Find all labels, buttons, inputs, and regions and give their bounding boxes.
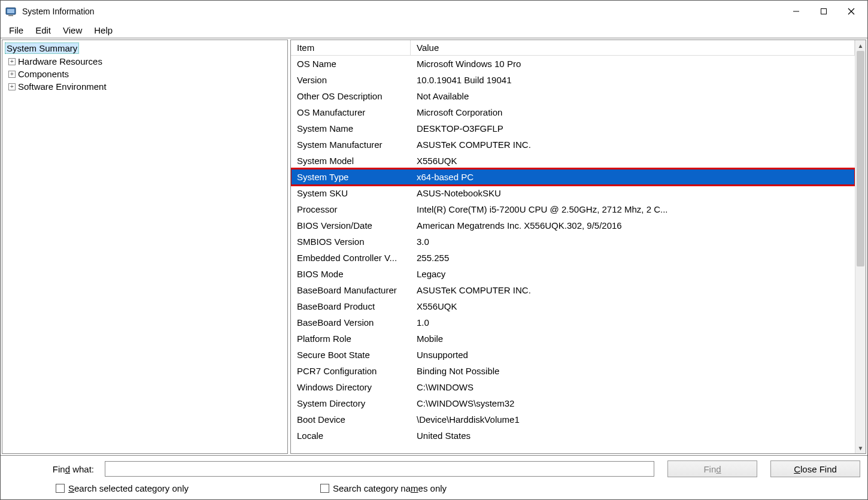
- detail-row[interactable]: OS ManufacturerMicrosoft Corporation: [291, 104, 855, 120]
- tree-root[interactable]: System Summary: [5, 41, 285, 55]
- tree-node[interactable]: +Hardware Resources: [8, 55, 285, 68]
- svg-rect-2: [8, 15, 13, 16]
- checkbox-label: Search category names only: [333, 483, 447, 493]
- checkbox-label: Search selected category only: [68, 483, 189, 493]
- maximize-button[interactable]: [810, 2, 837, 20]
- vertical-scrollbar[interactable]: ▲ ▼: [855, 40, 866, 453]
- menu-file[interactable]: File: [4, 24, 28, 37]
- detail-cell-item: System Type: [291, 171, 411, 183]
- detail-cell-item: SMBIOS Version: [291, 235, 411, 248]
- expand-icon[interactable]: +: [8, 83, 16, 90]
- main-split: System Summary +Hardware Resources+Compo…: [1, 38, 867, 456]
- checkbox-icon: [320, 484, 329, 493]
- detail-cell-value: 255.255: [411, 251, 855, 264]
- app-icon: [5, 5, 17, 17]
- detail-cell-item: System Name: [291, 122, 411, 135]
- minimize-button[interactable]: [782, 2, 810, 20]
- window-title: System Information: [22, 7, 95, 16]
- tree-root-label: System Summary: [5, 43, 79, 54]
- system-information-window: System Information File Edit View Help S…: [0, 0, 868, 500]
- detail-cell-item: Platform Role: [291, 332, 411, 345]
- detail-cell-item: Embedded Controller V...: [291, 251, 411, 264]
- detail-cell-item: Boot Device: [291, 413, 411, 426]
- detail-row[interactable]: Embedded Controller V...255.255: [291, 250, 855, 266]
- titlebar: System Information: [1, 1, 867, 22]
- detail-row[interactable]: ProcessorIntel(R) Core(TM) i5-7200U CPU …: [291, 201, 855, 217]
- detail-cell-value: C:\WINDOWS\system32: [411, 397, 855, 410]
- search-selected-category-checkbox[interactable]: Search selected category only: [56, 483, 189, 493]
- detail-row[interactable]: BIOS ModeLegacy: [291, 266, 855, 282]
- detail-cell-item: BIOS Version/Date: [291, 219, 411, 232]
- tree-node[interactable]: +Software Environment: [8, 80, 285, 93]
- detail-row[interactable]: BaseBoard ManufacturerASUSTeK COMPUTER I…: [291, 282, 855, 298]
- detail-cell-value: American Megatrends Inc. X556UQK.302, 9/…: [411, 219, 855, 232]
- detail-cell-value: 3.0: [411, 235, 855, 248]
- detail-cell-value: 1.0: [411, 316, 855, 329]
- menu-help[interactable]: Help: [89, 24, 117, 37]
- detail-header: Item Value: [291, 40, 855, 56]
- detail-cell-value: C:\WINDOWS: [411, 381, 855, 393]
- expand-icon[interactable]: +: [8, 58, 16, 65]
- menu-edit[interactable]: Edit: [31, 24, 56, 37]
- detail-row[interactable]: Windows DirectoryC:\WINDOWS: [291, 379, 855, 395]
- detail-cell-value: ASUS-NotebookSKU: [411, 187, 855, 199]
- detail-cell-value: X556UQK: [411, 154, 855, 167]
- menu-view[interactable]: View: [58, 24, 87, 37]
- detail-cell-item: System SKU: [291, 187, 411, 199]
- search-category-names-checkbox[interactable]: Search category names only: [320, 483, 447, 493]
- detail-cell-item: Locale: [291, 429, 411, 442]
- scroll-up-icon[interactable]: ▲: [855, 40, 866, 51]
- detail-cell-item: BaseBoard Version: [291, 316, 411, 329]
- detail-row[interactable]: SMBIOS Version3.0: [291, 234, 855, 250]
- close-button[interactable]: [837, 2, 865, 20]
- detail-row[interactable]: Platform RoleMobile: [291, 331, 855, 347]
- detail-cell-value: DESKTOP-O3FGFLP: [411, 122, 855, 135]
- detail-row[interactable]: System Typex64-based PC: [291, 169, 855, 185]
- detail-cell-item: Other OS Description: [291, 90, 411, 102]
- detail-cell-value: 10.0.19041 Build 19041: [411, 74, 855, 86]
- detail-cell-item: BaseBoard Product: [291, 300, 411, 313]
- detail-row[interactable]: Other OS DescriptionNot Available: [291, 88, 855, 104]
- detail-row[interactable]: Secure Boot StateUnsupported: [291, 347, 855, 363]
- detail-row[interactable]: System ManufacturerASUSTeK COMPUTER INC.: [291, 137, 855, 153]
- detail-row[interactable]: System NameDESKTOP-O3FGFLP: [291, 120, 855, 137]
- detail-row[interactable]: System SKUASUS-NotebookSKU: [291, 185, 855, 201]
- svg-rect-1: [7, 9, 14, 13]
- detail-cell-item: OS Manufacturer: [291, 106, 411, 119]
- tree-node-label: Components: [18, 69, 69, 79]
- col-header-value[interactable]: Value: [411, 40, 855, 55]
- close-find-button[interactable]: Close Find: [770, 460, 860, 477]
- expand-icon[interactable]: +: [8, 71, 16, 78]
- detail-row[interactable]: OS NameMicrosoft Windows 10 Pro: [291, 56, 855, 72]
- detail-cell-value: Microsoft Corporation: [411, 106, 855, 119]
- detail-cell-item: Processor: [291, 203, 411, 216]
- detail-row[interactable]: Boot Device\Device\HarddiskVolume1: [291, 411, 855, 428]
- detail-row[interactable]: BaseBoard ProductX556UQK: [291, 298, 855, 314]
- tree-node[interactable]: +Components: [8, 68, 285, 80]
- category-tree[interactable]: System Summary +Hardware Resources+Compo…: [2, 40, 288, 454]
- detail-cell-item: PCR7 Configuration: [291, 365, 411, 377]
- col-header-item[interactable]: Item: [291, 40, 411, 55]
- find-button[interactable]: Find: [667, 460, 757, 477]
- detail-row[interactable]: BaseBoard Version1.0: [291, 314, 855, 331]
- detail-cell-value: ASUSTeK COMPUTER INC.: [411, 284, 855, 296]
- detail-rows: OS NameMicrosoft Windows 10 ProVersion10…: [291, 56, 855, 444]
- detail-row[interactable]: LocaleUnited States: [291, 428, 855, 444]
- detail-cell-value: x64-based PC: [411, 171, 855, 183]
- scroll-down-icon[interactable]: ▼: [855, 443, 866, 453]
- detail-cell-item: System Model: [291, 154, 411, 167]
- find-bar: Find what: Find Close Find Search select…: [1, 456, 867, 499]
- detail-cell-item: System Directory: [291, 397, 411, 410]
- detail-row[interactable]: System ModelX556UQK: [291, 153, 855, 169]
- detail-row[interactable]: BIOS Version/DateAmerican Megatrends Inc…: [291, 217, 855, 234]
- find-input[interactable]: [105, 461, 654, 477]
- detail-row[interactable]: System DirectoryC:\WINDOWS\system32: [291, 395, 855, 411]
- detail-cell-value: Intel(R) Core(TM) i5-7200U CPU @ 2.50GHz…: [411, 203, 855, 216]
- detail-row[interactable]: PCR7 ConfigurationBinding Not Possible: [291, 363, 855, 379]
- detail-cell-value: \Device\HarddiskVolume1: [411, 413, 855, 426]
- detail-cell-item: Version: [291, 74, 411, 86]
- scroll-thumb[interactable]: [857, 51, 864, 266]
- detail-row[interactable]: Version10.0.19041 Build 19041: [291, 72, 855, 88]
- detail-cell-item: Windows Directory: [291, 381, 411, 393]
- detail-cell-value: Not Available: [411, 90, 855, 102]
